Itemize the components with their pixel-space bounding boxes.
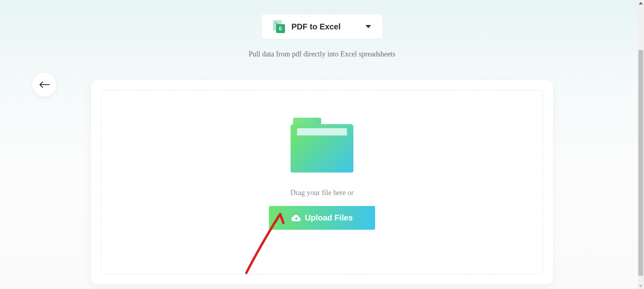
- upload-files-button[interactable]: Upload Files: [269, 206, 376, 230]
- scrollbar-thumb[interactable]: [638, 50, 643, 276]
- scroll-down-button[interactable]: [638, 283, 644, 289]
- scrollbar-track[interactable]: [638, 0, 644, 283]
- main-container: ↘ E PDF to Excel Pull data from pdf dire…: [0, 0, 644, 284]
- upload-dropzone[interactable]: Drag your file here or Upload Files: [101, 90, 543, 274]
- arrow-left-icon: [39, 81, 50, 88]
- tool-selector-content: ↘ E PDF to Excel: [273, 20, 341, 33]
- cloud-upload-icon: [291, 214, 301, 222]
- chevron-down-icon: [365, 25, 371, 28]
- folder-icon: [290, 118, 354, 174]
- back-button[interactable]: [32, 73, 56, 97]
- drag-instruction-text: Drag your file here or: [291, 189, 354, 197]
- upload-card: Drag your file here or Upload Files: [91, 80, 553, 284]
- upload-button-label: Upload Files: [305, 213, 353, 222]
- tool-label: PDF to Excel: [291, 22, 341, 31]
- scroll-up-button[interactable]: [638, 0, 644, 6]
- tool-selector-dropdown[interactable]: ↘ E PDF to Excel: [262, 15, 382, 39]
- tool-description: Pull data from pdf directly into Excel s…: [249, 50, 395, 58]
- pdf-to-excel-icon: ↘ E: [273, 20, 286, 33]
